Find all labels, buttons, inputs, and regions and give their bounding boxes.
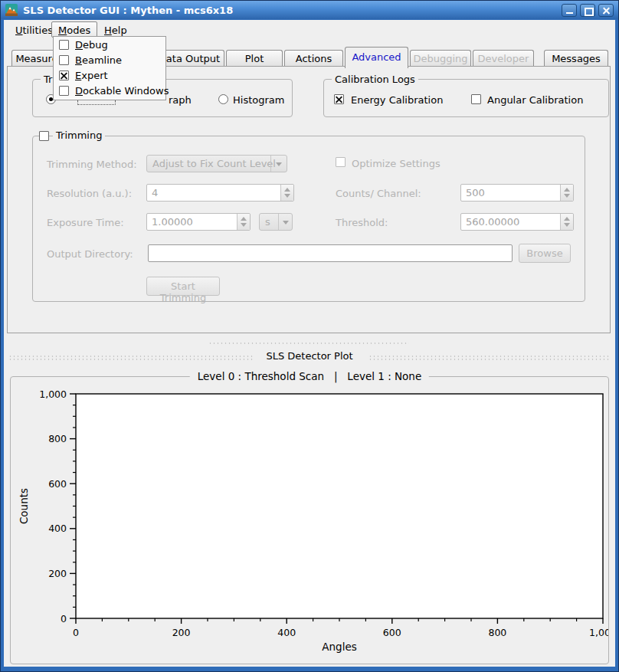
svg-text:1,000: 1,000 [589, 627, 608, 638]
svg-text:Angles: Angles [322, 641, 356, 653]
chevron-down-icon [270, 156, 287, 172]
menu-item-label: Beamline [75, 54, 122, 66]
close-icon[interactable] [598, 4, 614, 17]
checked-checkbox-icon [59, 70, 69, 80]
resolution-spinner: 4 [146, 184, 294, 202]
app-icon [5, 4, 18, 16]
trimming-group-checkbox[interactable] [39, 131, 49, 141]
svg-text:400: 400 [277, 627, 296, 638]
output-directory-field [148, 244, 513, 262]
dock-texture-right [368, 355, 611, 361]
optimize-settings-label: Optimize Settings [352, 158, 441, 169]
menu-item-expert[interactable]: Expert [54, 68, 165, 84]
svg-text:0: 0 [73, 627, 79, 638]
trim-plot-partial-label: raph [169, 94, 192, 106]
tab-developer: Developer [473, 50, 534, 66]
exposure-time-spinner: 1.00000 [146, 213, 251, 231]
svg-text:600: 600 [383, 627, 401, 638]
energy-calibration-label: Energy Calibration [351, 94, 443, 106]
tab-plot[interactable]: Plot [226, 50, 283, 66]
counts-per-channel-spinner: 500 [460, 184, 574, 202]
splitter-handle[interactable] [208, 342, 409, 345]
calibration-logs-group: Calibration Logs Energy Calibration Angu… [323, 79, 609, 117]
menu-item-label: Dockable Windows [75, 85, 169, 97]
output-directory-label: Output Directory: [47, 248, 133, 260]
menu-modes[interactable]: Modes [51, 21, 97, 38]
tab-messages[interactable]: Messages [544, 50, 608, 66]
counts-per-channel-label: Counts/ Channel: [336, 188, 421, 199]
svg-text:800: 800 [48, 433, 67, 444]
unchecked-checkbox-icon [59, 86, 69, 96]
app-window: SLS Detector GUI : Mythen - mcs6x18 Util… [0, 0, 619, 672]
plot-canvas: 02004006008001,00002004006008001,000Angl… [11, 377, 608, 664]
histogram-radio[interactable] [218, 94, 228, 104]
threshold-spinner: 560.00000 [460, 213, 574, 231]
unchecked-checkbox-icon [59, 55, 69, 65]
histogram-label: Histogram [233, 94, 284, 106]
energy-calibration-checkbox[interactable] [334, 94, 344, 104]
tab-actions[interactable]: Actions [284, 50, 343, 66]
window-title: SLS Detector GUI : Mythen - mcs6x18 [23, 5, 562, 16]
window-controls [562, 4, 614, 17]
unchecked-checkbox-icon [59, 40, 69, 50]
svg-text:1,000: 1,000 [39, 388, 67, 400]
exposure-unit-combo: s [259, 213, 293, 231]
client-area: Utilities Modes Help MeasurementData Out… [4, 20, 615, 667]
advanced-tab-panel: Trim raph Histogram Calibration Logs Ene… [7, 66, 611, 333]
svg-text:200: 200 [48, 568, 67, 579]
menu-item-dockable-windows[interactable]: Dockable Windows [54, 84, 165, 99]
svg-text:600: 600 [48, 478, 67, 490]
trimming-group-label: Trimming [53, 129, 105, 141]
trimming-method-combo: Adjust to Fix Count Level [146, 155, 287, 172]
tab-debugging: Debugging [410, 50, 471, 66]
menu-item-beamline[interactable]: Beamline [54, 53, 165, 68]
focus-rect-fragment [77, 100, 116, 105]
title-bar[interactable]: SLS Detector GUI : Mythen - mcs6x18 [1, 1, 618, 19]
angular-calibration-checkbox[interactable] [471, 94, 481, 104]
svg-text:0: 0 [61, 613, 67, 624]
menu-item-label: Expert [75, 70, 108, 81]
plot-dock-titlebar[interactable]: SLS Detector Plot [4, 349, 615, 364]
calibration-logs-label: Calibration Logs [332, 74, 418, 85]
menu-item-debug[interactable]: Debug [54, 38, 165, 53]
svg-text:400: 400 [48, 523, 67, 534]
resolution-label: Resolution (a.u.): [47, 188, 132, 199]
angular-calibration-label: Angular Calibration [487, 94, 583, 106]
spinner-arrows-icon [280, 185, 293, 201]
svg-text:Counts: Counts [18, 488, 30, 524]
chevron-down-icon [278, 214, 292, 230]
start-trimming-button: Start Trimming [146, 277, 220, 296]
spinner-arrows-icon [560, 214, 573, 230]
optimize-settings-checkbox [336, 157, 346, 167]
maximize-icon[interactable] [580, 4, 595, 17]
plot-frame: Level 0 : Threshold Scan | Level 1 : Non… [10, 376, 609, 664]
tab-advanced[interactable]: Advanced [345, 47, 408, 68]
exposure-time-label: Exposure Time: [47, 217, 124, 228]
threshold-label: Threshold: [336, 217, 388, 228]
spinner-arrows-icon [237, 214, 250, 230]
svg-text:800: 800 [488, 627, 506, 638]
menu-help[interactable]: Help [97, 21, 134, 38]
trimming-method-label: Trimming Method: [47, 159, 137, 170]
browse-button: Browse [519, 244, 571, 263]
trimming-group: Trimming Trimming Method: Adjust to Fix … [32, 136, 585, 302]
modes-menu-popup: DebugBeamlineExpertDockable Windows [53, 36, 166, 100]
svg-text:200: 200 [172, 627, 191, 638]
spinner-arrows-icon [560, 185, 573, 201]
minimize-icon[interactable] [562, 4, 577, 17]
menu-item-label: Debug [75, 39, 108, 51]
